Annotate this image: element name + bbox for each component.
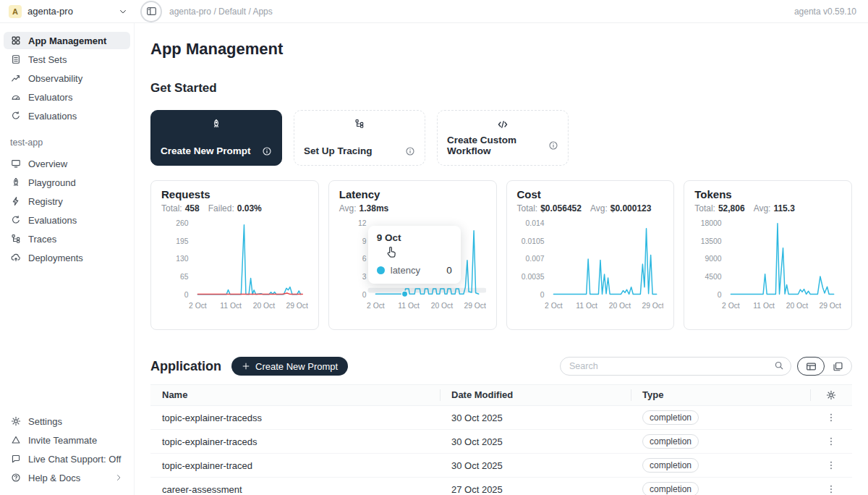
row-actions-button[interactable] (810, 460, 852, 470)
cell-name: topic-explainer-traceds (150, 436, 440, 447)
search-icon[interactable] (774, 360, 784, 371)
sidebar-collapse-button[interactable] (140, 1, 162, 22)
chevron-down-icon (119, 7, 127, 16)
card-view-icon (833, 361, 843, 372)
sidebar-item-traces[interactable]: Traces (4, 230, 130, 248)
svg-text:29 Oct: 29 Oct (286, 302, 307, 310)
requests-chart-plot[interactable]: 0651301952602 Oct11 Oct20 Oct29 Oct (161, 215, 308, 313)
metric-title: Cost (517, 188, 664, 200)
search-input[interactable] (560, 357, 791, 376)
svg-text:20 Oct: 20 Oct (786, 302, 809, 310)
get-started-cards: Create New Prompt Set Up Tracing Create … (150, 110, 852, 166)
stat-avg: Avg:$0.000123 (590, 203, 652, 213)
cost-chart-plot[interactable]: 00.00350.0070.01050.0142 Oct11 Oct20 Oct… (517, 215, 664, 313)
get-started-card-create-new-prompt[interactable]: Create New Prompt (150, 110, 282, 166)
app-version: agenta v0.59.10 (794, 7, 868, 17)
chat-icon (10, 454, 21, 464)
breadcrumb[interactable]: agenta-pro / Default / Apps (169, 7, 273, 17)
row-actions-button[interactable] (810, 484, 852, 494)
get-started-card-create-custom-workflow[interactable]: Create Custom Workflow (437, 110, 569, 166)
sidebar-item-evaluations[interactable]: Evaluations (4, 211, 130, 229)
cell-name: topic-explainer-tracedss (150, 412, 440, 423)
svg-text:29 Oct: 29 Oct (820, 302, 841, 310)
sidebar-item-invite-teammate[interactable]: Invite Teammate (4, 431, 130, 449)
workspace-avatar: A (9, 5, 22, 18)
card-label: Set Up Tracing (304, 145, 373, 156)
column-header-date-modified[interactable]: Date Modified (440, 389, 631, 401)
sidebar-item-label: Test Sets (28, 54, 67, 65)
table-row[interactable]: topic-explainer-traced 30 Oct 2025 compl… (150, 454, 852, 478)
table-tools (560, 357, 852, 376)
type-badge: completion (642, 482, 699, 495)
sidebar-main-nav: App Management Test Sets Observability E… (4, 32, 130, 126)
svg-text:195: 195 (176, 237, 188, 245)
tokens-chart-plot[interactable]: 04500900013500180002 Oct11 Oct20 Oct29 O… (694, 215, 841, 313)
cell-date-modified: 27 Oct 2025 (440, 484, 631, 495)
sidebar-item-test-sets[interactable]: Test Sets (4, 51, 130, 68)
stat-avg: Avg:115.3 (754, 203, 795, 213)
sidebar-item-overview[interactable]: Overview (4, 155, 130, 172)
svg-text:9000: 9000 (705, 255, 722, 263)
table-row[interactable]: career-assessment 27 Oct 2025 completion (150, 478, 852, 495)
svg-text:2 Oct: 2 Oct (367, 302, 385, 310)
svg-text:0.007: 0.007 (525, 255, 544, 263)
sidebar-item-label: Playground (28, 177, 76, 188)
metric-card-latency: Latency Avg:1.38ms 0369122 Oct11 Oct20 O… (328, 180, 497, 330)
column-header-name[interactable]: Name (150, 389, 440, 401)
sidebar-item-label: Deployments (28, 253, 83, 263)
stat-total: Total:$0.056452 (517, 203, 582, 213)
sidebar-item-label: Overview (28, 158, 67, 169)
hand-cursor-icon (384, 245, 398, 261)
metric-stats: Total:$0.056452Avg:$0.000123 (517, 203, 664, 213)
svg-text:3: 3 (362, 273, 366, 281)
table-view-button[interactable] (797, 357, 825, 376)
chart-tooltip: 9 Oct latency 0 (368, 226, 461, 284)
monitor-icon (10, 158, 21, 169)
svg-text:9: 9 (362, 237, 366, 245)
svg-text:11 Oct: 11 Oct (754, 302, 775, 310)
svg-text:11 Oct: 11 Oct (576, 302, 597, 310)
workspace-selector[interactable]: A agenta-pro (0, 5, 135, 18)
sidebar-item-observability[interactable]: Observability (4, 69, 130, 87)
sidebar-item-settings[interactable]: Settings (4, 412, 130, 430)
sidebar-item-help-docs[interactable]: Help & Docs (4, 469, 130, 486)
column-header-type[interactable]: Type (631, 389, 810, 401)
svg-text:0: 0 (184, 291, 189, 299)
type-badge: completion (642, 410, 699, 425)
get-started-card-set-up-tracing[interactable]: Set Up Tracing (294, 110, 425, 166)
info-icon (548, 140, 558, 151)
sidebar-item-playground[interactable]: Playground (4, 174, 130, 191)
sidebar-item-label: Live Chat Support: Off (28, 454, 121, 465)
table-row[interactable]: topic-explainer-traceds 30 Oct 2025 comp… (150, 430, 852, 454)
applications-table: Name Date Modified Type topic-explainer-… (150, 384, 852, 495)
sidebar-item-live-chat-support-off[interactable]: Live Chat Support: Off (4, 450, 130, 468)
table-row[interactable]: topic-explainer-tracedss 30 Oct 2025 com… (150, 406, 852, 430)
gear-icon[interactable] (826, 389, 836, 401)
metric-title: Tokens (694, 188, 841, 200)
cell-date-modified: 30 Oct 2025 (440, 412, 631, 423)
svg-text:11 Oct: 11 Oct (220, 302, 242, 310)
card-view-button[interactable] (824, 358, 851, 375)
sidebar-item-evaluators[interactable]: Evaluators (4, 88, 130, 106)
grid-icon (10, 35, 21, 46)
stat-avg: Avg:1.38ms (339, 203, 389, 213)
workspace-name: agenta-pro (27, 6, 113, 17)
table-body: topic-explainer-tracedss 30 Oct 2025 com… (150, 406, 852, 495)
sidebar-item-deployments[interactable]: Deployments (4, 249, 130, 266)
svg-text:4500: 4500 (705, 273, 722, 281)
row-actions-button[interactable] (810, 436, 852, 447)
metric-card-cost: Cost Total:$0.056452Avg:$0.000123 00.003… (506, 180, 675, 330)
sidebar-item-evaluations[interactable]: Evaluations (4, 107, 130, 124)
kebab-menu-icon (826, 484, 836, 494)
metrics-charts-row: Requests Total:458Failed:0.03% 065130195… (150, 180, 852, 330)
cell-name: career-assessment (150, 484, 440, 495)
row-actions-button[interactable] (810, 412, 852, 423)
sidebar-item-registry[interactable]: Registry (4, 192, 130, 210)
svg-text:20 Oct: 20 Oct (430, 302, 453, 310)
metric-stats: Total:458Failed:0.03% (161, 203, 308, 213)
create-new-prompt-button[interactable]: Create New Prompt (231, 357, 348, 376)
svg-text:65: 65 (180, 273, 189, 281)
table-header: Name Date Modified Type (150, 384, 852, 406)
sidebar-item-app-management[interactable]: App Management (4, 32, 130, 49)
tooltip-series-label: latency (391, 265, 420, 276)
